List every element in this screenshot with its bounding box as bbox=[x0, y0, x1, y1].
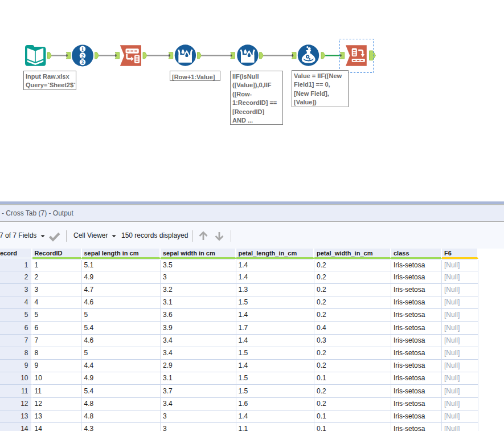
svg-text:1: 1 bbox=[81, 46, 84, 52]
svg-text:3: 3 bbox=[81, 59, 84, 65]
svg-text:2: 2 bbox=[81, 53, 84, 59]
